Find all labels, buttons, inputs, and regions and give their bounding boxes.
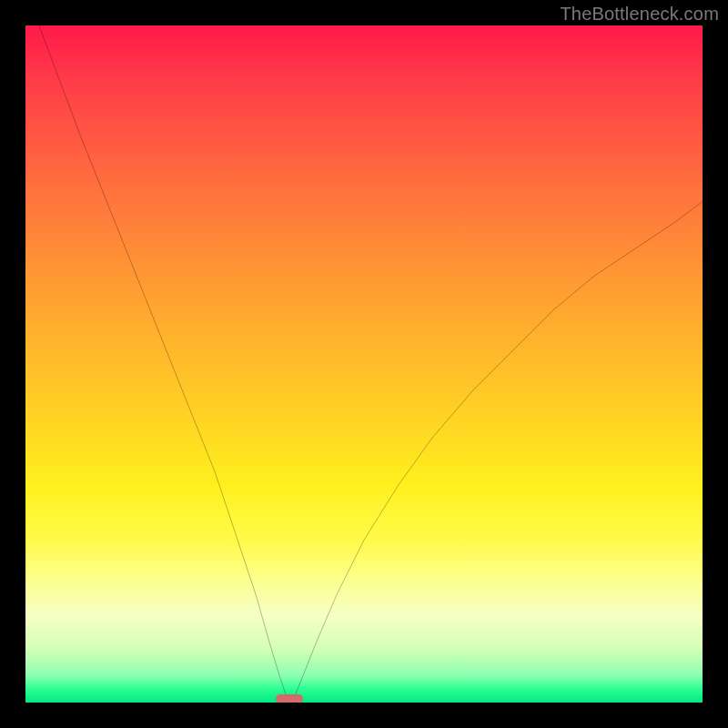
curve-path (39, 25, 703, 703)
plot-area (25, 25, 703, 703)
watermark-text: TheBottleneck.com (560, 4, 719, 25)
minimum-marker (276, 694, 303, 703)
bottleneck-curve (25, 25, 703, 703)
chart-frame: TheBottleneck.com (0, 0, 728, 728)
